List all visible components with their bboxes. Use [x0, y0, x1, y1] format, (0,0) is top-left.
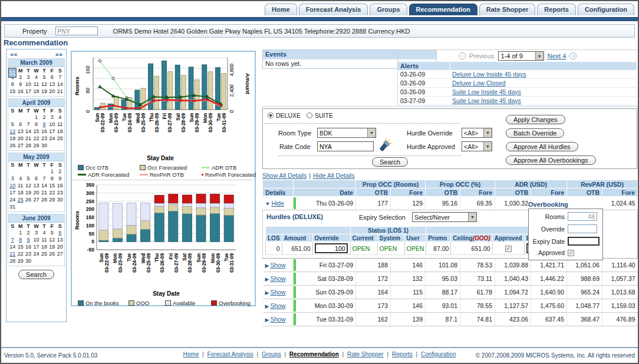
calendar-day[interactable]: 16	[40, 128, 48, 135]
tab-groups[interactable]: Groups	[370, 4, 407, 15]
calendar-day[interactable]: 24	[32, 250, 40, 257]
calendar-day[interactable]: 3	[24, 74, 32, 81]
calendar-search-button[interactable]: Search	[18, 270, 54, 279]
calendar-day[interactable]: 1	[48, 168, 56, 175]
calendar-day[interactable]: 25	[40, 250, 48, 257]
hide-all-details-link[interactable]: Hide All Details	[313, 172, 355, 179]
calendar-day[interactable]: 23	[40, 135, 48, 142]
calendar-day[interactable]: 4	[40, 229, 48, 236]
next-months-icon[interactable]: »»	[55, 51, 62, 58]
calendar-day[interactable]: 24	[48, 135, 56, 142]
calendar-day[interactable]: 11	[56, 121, 64, 128]
alert-link[interactable]: Suite Low Inside 45 days	[452, 88, 521, 95]
calendar-day[interactable]: 12	[40, 81, 48, 88]
calendar-day[interactable]: 18	[17, 189, 24, 196]
calendar-day[interactable]: 15	[48, 182, 56, 189]
alert-link[interactable]: Deluxe Low Inside 45 days	[452, 71, 526, 78]
calendar-day[interactable]: 22	[17, 250, 24, 257]
calendar-day[interactable]: 1	[32, 114, 40, 121]
approve-all-overbookings-button[interactable]: Approve All Overbookings	[506, 155, 596, 165]
calendar-day[interactable]: 1	[17, 229, 24, 236]
rate-code-input[interactable]	[317, 141, 374, 151]
calendar-day[interactable]: 21	[56, 88, 64, 95]
calendar-day[interactable]: 22	[48, 189, 56, 196]
pager-next-icon[interactable]: ›	[569, 52, 577, 59]
calendar-day[interactable]: 21	[40, 189, 48, 196]
calendar-day[interactable]: 14	[9, 243, 17, 250]
calendar-day[interactable]: 18	[56, 128, 64, 135]
calendar-day[interactable]: 10	[24, 81, 32, 88]
show-details-link[interactable]: Show	[270, 302, 285, 309]
calendar-day[interactable]: 15	[32, 128, 40, 135]
calendar-day[interactable]: 4	[32, 74, 40, 81]
tab-rate-shopper[interactable]: Rate Shopper	[479, 4, 536, 15]
calendar-day[interactable]: 27	[32, 196, 40, 203]
show-all-details-link[interactable]: Show All Details	[262, 172, 307, 179]
calendar-day[interactable]: 31	[9, 203, 17, 210]
hide-details-link[interactable]: Hide	[271, 200, 284, 207]
calendar-day[interactable]: 5	[48, 229, 56, 236]
show-details-link[interactable]: Show	[270, 275, 285, 282]
room-type-select[interactable]: BDK ▼	[317, 128, 376, 138]
hurdle-override-input[interactable]	[315, 243, 348, 253]
calendar-day[interactable]: 14	[56, 81, 64, 88]
calendar-day[interactable]: 19	[24, 189, 32, 196]
tab-recommendation[interactable]: Recommendation	[409, 4, 477, 15]
calendar-day[interactable]: 30	[56, 196, 64, 203]
alert-link[interactable]: Deluxe Low Closed	[452, 80, 505, 87]
calendar-day[interactable]: 17	[9, 189, 17, 196]
calendar-day[interactable]: 8	[48, 175, 56, 182]
form-search-button[interactable]: Search	[372, 157, 408, 167]
calendar-day[interactable]: 25	[56, 135, 64, 142]
calendar-day[interactable]: 17	[24, 88, 32, 95]
calendar-day[interactable]: 28	[24, 142, 32, 149]
calendar-day[interactable]: 3	[32, 229, 40, 236]
calendar-day[interactable]: 29	[17, 257, 24, 264]
calendar-day[interactable]: 27	[56, 250, 64, 257]
calendar-day[interactable]: 11	[40, 236, 48, 243]
calendar-day[interactable]: 20	[56, 243, 64, 250]
deluxe-radio[interactable]	[268, 112, 274, 118]
calendar-day[interactable]: 6	[32, 175, 40, 182]
apply-changes-button[interactable]: Apply Changes	[506, 115, 565, 124]
hurdle-approved-select[interactable]: <All> ▼	[462, 141, 492, 151]
tab-forecast-analysis[interactable]: Forecast Analysis	[299, 4, 368, 15]
calendar-day[interactable]: 26	[9, 142, 17, 149]
calendar-day[interactable]: 5	[24, 175, 32, 182]
batch-override-button[interactable]: Batch Override	[506, 128, 564, 138]
approve-all-hurdles-button[interactable]: Approve All Hurdles	[506, 142, 578, 151]
calendar-day[interactable]: 13	[56, 236, 64, 243]
footer-link-rate-shopper[interactable]: Rate Shopper	[347, 351, 384, 358]
flashlight-lov-icon[interactable]	[378, 138, 391, 153]
calendar-day[interactable]: 9	[56, 175, 64, 182]
calendar-day[interactable]: 10	[48, 121, 56, 128]
calendar-day[interactable]: 29	[32, 142, 40, 149]
calendar-day[interactable]: 30	[40, 142, 48, 149]
calendar-day[interactable]: 25	[17, 196, 24, 203]
calendar-day[interactable]: 31	[8, 68, 17, 78]
calendar-day[interactable]: 18	[40, 243, 48, 250]
tab-home[interactable]: Home	[265, 4, 297, 15]
calendar-day[interactable]: 8	[9, 81, 17, 88]
calendar-day[interactable]: 5	[40, 74, 48, 81]
calendar-day[interactable]: 17	[32, 243, 40, 250]
calendar-day[interactable]: 11	[17, 182, 24, 189]
calendar-day[interactable]: 7	[40, 175, 48, 182]
show-details-link[interactable]: Show	[270, 262, 285, 269]
calendar-day[interactable]: 14	[40, 182, 48, 189]
ob-approved-checkbox[interactable]: ✓	[568, 250, 574, 256]
footer-link-groups[interactable]: Groups	[262, 351, 281, 358]
show-details-link[interactable]: Show	[270, 316, 285, 323]
calendar-day[interactable]: 7	[9, 236, 17, 243]
calendar-day[interactable]: 9	[17, 81, 24, 88]
footer-link-home[interactable]: Home	[183, 351, 199, 358]
calendar-day[interactable]: 23	[24, 250, 32, 257]
calendar-day[interactable]: 8	[17, 236, 24, 243]
pager-next-link[interactable]: Next 4	[548, 52, 566, 59]
calendar-day[interactable]: 6	[48, 74, 56, 81]
footer-link-forecast-analysis[interactable]: Forecast Analysis	[207, 351, 253, 358]
calendar-day[interactable]: 7	[56, 74, 64, 81]
calendar-day[interactable]: 30	[24, 257, 32, 264]
expiry-selection-select[interactable]: Select/Never ▼	[412, 212, 477, 222]
calendar-day[interactable]: 6	[17, 121, 24, 128]
